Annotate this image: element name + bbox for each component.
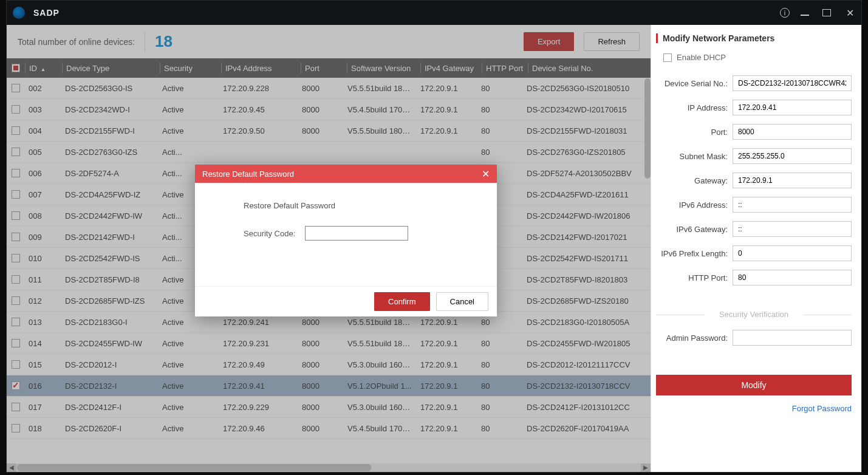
confirm-button[interactable]: Confirm <box>374 292 430 311</box>
ip-field[interactable] <box>733 100 852 115</box>
port-field[interactable] <box>733 124 852 140</box>
enable-dhcp-label: Enable DHCP <box>677 53 726 62</box>
modal-title: Restore Default Password <box>202 169 294 179</box>
gw-label: Gateway: <box>656 176 728 185</box>
v6len-label: IPv6 Prefix Length: <box>656 249 728 258</box>
enable-dhcp-checkbox[interactable] <box>663 53 672 62</box>
minimize-button[interactable] <box>801 10 812 16</box>
cancel-button[interactable]: Cancel <box>436 292 488 311</box>
modal-titlebar: Restore Default Password ✕ <box>195 165 497 183</box>
app-window: SADP i ✕ Total number of online devices:… <box>6 0 862 473</box>
sn-field[interactable] <box>733 75 852 91</box>
gw-field[interactable] <box>733 173 852 188</box>
security-verification-label: Security Verification <box>656 310 852 319</box>
titlebar: SADP i ✕ <box>7 1 861 25</box>
mask-field[interactable] <box>733 148 852 164</box>
http-field[interactable] <box>733 270 852 285</box>
mask-label: Subnet Mask: <box>656 152 728 161</box>
v6addr-field[interactable] <box>733 197 852 213</box>
ip-label: IP Address: <box>656 103 728 112</box>
v6addr-label: IPv6 Address: <box>656 200 728 210</box>
modal-text: Restore Default Password <box>244 201 473 210</box>
admin-pw-field[interactable] <box>733 330 852 346</box>
forgot-password-link[interactable]: Forgot Password <box>656 404 852 413</box>
main-body: Total number of online devices: 18 Expor… <box>7 25 861 472</box>
left-pane: Total number of online devices: 18 Expor… <box>7 25 651 472</box>
security-code-input[interactable] <box>305 226 408 241</box>
close-button[interactable]: ✕ <box>844 7 855 19</box>
port-label: Port: <box>656 128 728 137</box>
modify-button[interactable]: Modify <box>656 375 852 395</box>
security-code-label: Security Code: <box>244 229 295 238</box>
sn-label: Device Serial No.: <box>656 79 728 88</box>
v6gw-label: IPv6 Gateway: <box>656 225 728 234</box>
admin-pw-label: Admin Password: <box>656 333 728 343</box>
http-label: HTTP Port: <box>656 273 728 282</box>
app-name: SADP <box>33 8 60 18</box>
modal-close-button[interactable]: ✕ <box>482 168 490 180</box>
restore-password-modal: Restore Default Password ✕ Restore Defau… <box>195 165 497 316</box>
v6gw-field[interactable] <box>733 221 852 237</box>
v6len-field[interactable] <box>733 245 852 261</box>
modify-network-panel: Modify Network Parameters Enable DHCP De… <box>651 25 861 472</box>
info-icon[interactable]: i <box>780 8 790 18</box>
panel-title: Modify Network Parameters <box>656 33 852 43</box>
app-logo-icon <box>13 7 25 19</box>
maximize-button[interactable] <box>822 9 833 16</box>
